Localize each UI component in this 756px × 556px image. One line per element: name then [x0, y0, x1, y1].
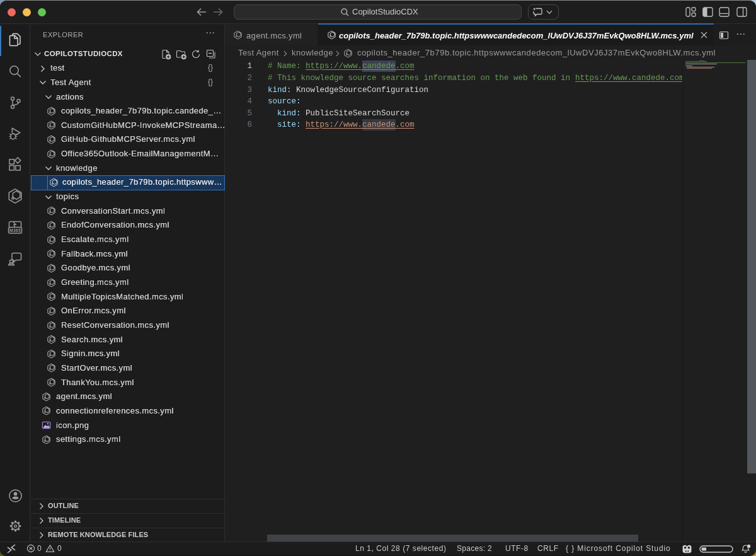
svg-text:M365: M365	[9, 228, 21, 233]
